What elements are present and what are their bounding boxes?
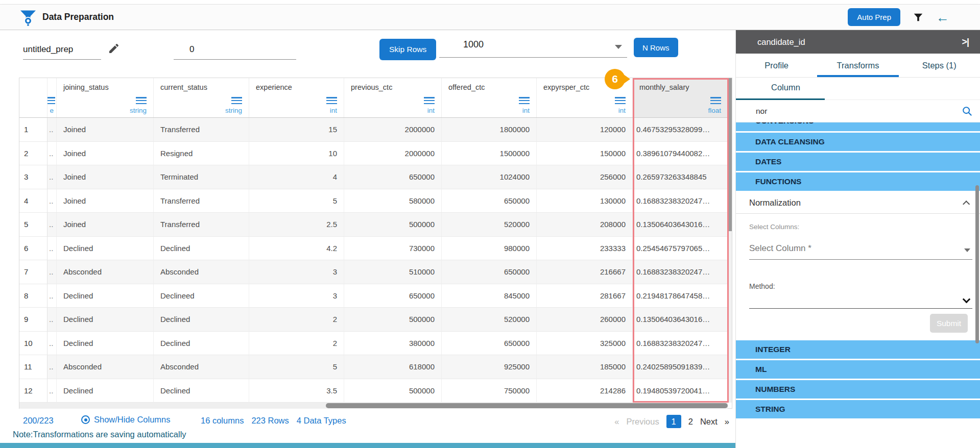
table-cell: 500000 [344,308,442,332]
table-row[interactable]: 8..DeclinedDeclineed36500008450002816670… [19,284,732,308]
transform-category-functions[interactable]: FUNCTIONS [736,172,980,191]
horizontal-scrollbar[interactable] [19,403,728,409]
column-type-label: int [618,107,626,114]
table-cell: 15 [249,118,344,142]
table-cell: Declined [57,308,154,332]
column-menu-icon[interactable] [519,97,530,104]
table-cell: 1024000 [442,165,537,189]
column-type-label: string [225,107,242,114]
table-row[interactable]: 5..JoinedTransferred2.550000052000020800… [19,213,732,237]
column-header-joining_status[interactable]: joining_statusstring [57,78,154,117]
column-type-label: int [330,107,337,114]
method-label: Method: [749,282,775,290]
column-header-previous_ctc[interactable]: previous_ctcint [344,78,442,117]
show-hide-columns-button[interactable]: Show/Hide Columns [81,415,170,425]
column-menu-icon[interactable] [136,97,147,104]
table-cell: 12 [19,379,47,403]
table-cell: Transferred [154,213,249,237]
table-cell: Declineed [154,284,249,308]
search-input[interactable]: nor [756,107,767,116]
column-menu-icon[interactable] [326,97,337,104]
method-dropdown[interactable] [749,293,972,309]
vertical-scrollbar-thumb[interactable] [728,78,732,231]
tab-steps[interactable]: Steps (1) [899,54,980,77]
skip-rows-input[interactable] [174,42,296,60]
skip-rows-button[interactable]: Skip Rows [379,39,436,60]
table-row[interactable]: 2..JoinedResigned10200000015000001500000… [19,142,732,166]
table-cell: 10 [19,332,47,356]
column-type-label: string [130,107,147,114]
n-rows-button[interactable]: N Rows [634,38,678,57]
eye-icon [81,415,90,424]
column-header-monthly_salary[interactable]: monthly_salaryfloat [633,78,728,117]
pagination-next[interactable]: Next [700,417,718,427]
tab-transforms[interactable]: Transforms [817,54,898,77]
select-column-dropdown[interactable]: Select Column * [749,243,972,260]
table-cell: 0.16883238320247… [633,189,728,213]
transform-category-dates[interactable]: DATES [736,153,980,171]
submit-button[interactable]: Submit [930,314,968,333]
table-cell: 0.13506403643016… [633,213,728,237]
pagination-page-1[interactable]: 1 [666,415,681,428]
transform-category-data-cleansing[interactable]: DATA CLEANSING [736,133,980,151]
pagination-page-2[interactable]: 2 [688,417,693,427]
transform-category-ml[interactable]: ML [736,360,980,379]
table-row[interactable]: 7..AbscondedAbsconded3510000650000216667… [19,260,732,284]
table-cell: 0.16883238320247… [633,332,728,356]
column-menu-icon[interactable] [710,97,721,104]
collapse-panel-icon[interactable]: >| [962,37,969,47]
column-header-clipped[interactable]: e [47,78,57,117]
subtab-column[interactable]: Column [771,83,800,92]
table-cell: Absconded [57,260,154,284]
table-row[interactable]: 11..AbscondedAbsconded561800092500018500… [19,355,732,379]
prep-name-input[interactable] [23,42,101,60]
transform-search[interactable]: nor [736,100,980,122]
pagination-previous[interactable]: Previous [626,417,659,427]
column-header-offered_ctc[interactable]: offered_ctcint [442,78,537,117]
column-menu-icon[interactable] [615,97,626,104]
transform-category-integer[interactable]: INTEGER [736,340,980,359]
table-cell: 0.21948178647458… [633,284,728,308]
normalization-accordion[interactable]: Normalization [736,192,980,214]
bottom-accent-strip [0,443,735,448]
column-header-current_status[interactable]: current_statusstring [154,78,249,117]
table-cell: Absconded [57,355,154,379]
column-menu-icon[interactable] [231,97,242,104]
auto-prep-button[interactable]: Auto Prep [848,8,900,26]
column-menu-icon[interactable] [424,97,435,104]
transform-category-conversions[interactable]: CONVERSIONS [736,122,980,131]
column-name: experience [256,83,292,91]
table-cell: 2.5 [249,213,344,237]
table-cell: 256000 [537,165,633,189]
tab-profile[interactable]: Profile [736,54,817,77]
edit-pencil-icon[interactable] [108,42,120,55]
sidebar-scrollbar-thumb[interactable] [975,185,979,343]
table-row[interactable]: 6..DeclinedDeclined4.2730000980000233333… [19,237,732,261]
table-cell: 0.38961079440082… [633,142,728,166]
pagination-laquo: « [614,417,619,427]
back-arrow-icon[interactable]: ← [936,11,949,24]
table-row[interactable]: 4..JoinedTransferred55800006500001300000… [19,189,732,213]
n-rows-select[interactable]: 1000 [439,36,627,58]
table-cell: 845000 [442,284,537,308]
column-menu-icon[interactable] [47,97,55,104]
transform-category-numbers[interactable]: NUMBERS [736,380,980,399]
table-row[interactable]: 10..DeclinedDeclined23800006500003250000… [19,332,732,356]
prep-toolbar: Skip Rows 1000 N Rows [0,30,735,78]
table-row[interactable]: 3..JoinedTerminated465000010240002560000… [19,165,732,189]
transform-category-string[interactable]: STRING [736,400,980,418]
chevron-down-icon [963,295,971,304]
horizontal-scrollbar-thumb[interactable] [326,403,728,408]
pagination-raquo[interactable]: » [725,417,729,427]
column-type-label: e [50,107,54,114]
table-row[interactable]: 12..DeclinedDeclined3.550000075000021428… [19,379,732,403]
table-cell: 0.13506403643016… [633,308,728,332]
search-icon[interactable] [962,106,973,117]
filter-icon[interactable] [913,12,924,23]
sidebar-tabs: Profile Transforms Steps (1) [736,54,980,78]
vertical-scrollbar[interactable] [728,78,732,403]
table-cell: 618000 [344,355,442,379]
table-row[interactable]: 9..DeclinedDeclined25000005200002600000.… [19,308,732,332]
table-row[interactable]: 1..JoinedTransferred15200000018000001200… [19,118,732,142]
column-header-experience[interactable]: experienceint [249,78,344,117]
